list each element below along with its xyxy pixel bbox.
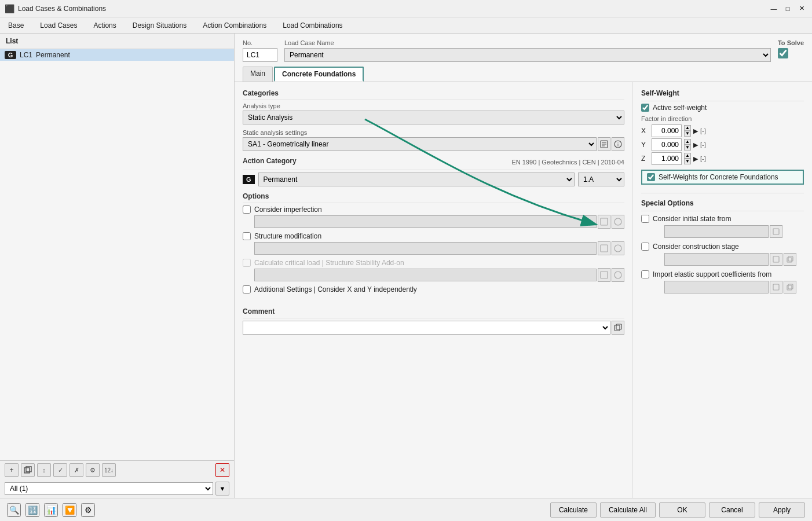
- tab-main[interactable]: Main: [243, 67, 273, 82]
- menu-action-combinations[interactable]: Action Combinations: [195, 17, 275, 33]
- static-settings-label: Static analysis settings: [243, 129, 624, 136]
- menu-base[interactable]: Base: [0, 17, 32, 33]
- sw-y-input[interactable]: [652, 138, 682, 151]
- static-settings-select[interactable]: SA1 - Geometrically linear SA2 - Large d…: [243, 137, 597, 151]
- sw-z-arrows: ▲ ▼: [684, 153, 691, 164]
- sw-y-down[interactable]: ▼: [684, 145, 691, 151]
- initial-state-label: Consider initial state from: [653, 215, 731, 223]
- imperfection-input[interactable]: [254, 215, 597, 228]
- apply-button[interactable]: Apply: [759, 502, 805, 518]
- delete-button[interactable]: ✕: [215, 463, 229, 477]
- list-item-name: Permanent: [36, 51, 70, 59]
- active-self-weight-checkbox[interactable]: [641, 104, 649, 112]
- elastic-support-input[interactable]: [664, 281, 769, 293]
- sw-z-down[interactable]: ▼: [684, 159, 691, 164]
- imperfection-edit-btn[interactable]: [598, 215, 610, 229]
- search-icon-btn[interactable]: 🔍: [7, 503, 21, 517]
- sw-z-up[interactable]: ▲: [684, 153, 691, 159]
- name-label: Load Case Name: [284, 39, 771, 46]
- elastic-support-btn1[interactable]: [770, 281, 782, 293]
- construction-stage-checkbox[interactable]: [641, 243, 649, 251]
- analysis-type-select[interactable]: Static Analysis Dynamic Analysis: [243, 111, 624, 124]
- menu-design-situations[interactable]: Design Situations: [125, 17, 195, 33]
- special-elastic-support: Import elastic support coefficients from: [641, 270, 804, 293]
- sw-y-up[interactable]: ▲: [684, 139, 691, 145]
- imperfection-info-btn[interactable]: [612, 215, 624, 229]
- check-button[interactable]: ✓: [53, 463, 67, 477]
- settings-button[interactable]: ⚙: [86, 463, 100, 477]
- critical-load-label: Calculate critical load | Structure Stab…: [254, 259, 404, 267]
- calculate-all-button[interactable]: Calculate All: [600, 502, 656, 518]
- structure-mod-checkbox[interactable]: [243, 232, 251, 240]
- svg-point-21: [615, 271, 621, 278]
- menu-load-combinations[interactable]: Load Combinations: [275, 17, 350, 33]
- concrete-foundations-label: Self-Weights for Concrete Foundations: [659, 173, 778, 181]
- initial-state-btn[interactable]: [770, 225, 782, 238]
- ok-button[interactable]: OK: [659, 502, 705, 518]
- critical-load-checkbox[interactable]: [243, 259, 251, 267]
- cancel-button[interactable]: Cancel: [709, 502, 755, 518]
- imperfection-checkbox[interactable]: [243, 206, 251, 214]
- svg-text:✓: ✓: [58, 467, 63, 474]
- add-button[interactable]: +: [5, 463, 19, 477]
- menu-load-cases[interactable]: Load Cases: [32, 17, 85, 33]
- svg-text:✕: ✕: [220, 466, 225, 474]
- menu-actions[interactable]: Actions: [85, 17, 124, 33]
- tab-content: Categories Analysis type Static Analysis…: [235, 82, 812, 498]
- structure-mod-label: Structure modification: [254, 232, 321, 240]
- no-input[interactable]: [243, 48, 277, 62]
- settings-icon-btn[interactable]: ⚙: [81, 503, 95, 517]
- initial-state-input[interactable]: [664, 225, 769, 238]
- name-select[interactable]: Permanent Variable: [284, 48, 771, 62]
- construction-stage-input[interactable]: [664, 253, 769, 266]
- minimize-button[interactable]: —: [768, 3, 780, 14]
- comment-section: Comment: [243, 307, 624, 335]
- list-item[interactable]: G LC1 Permanent: [0, 49, 234, 61]
- move-button[interactable]: ↕: [37, 463, 51, 477]
- sw-x-input[interactable]: [652, 124, 682, 137]
- self-weight-section: Self-Weight Active self-weight Factor in…: [641, 89, 804, 185]
- sw-z-input[interactable]: [652, 152, 682, 165]
- to-solve-checkbox[interactable]: [778, 48, 788, 58]
- critical-load-edit-btn[interactable]: [598, 268, 610, 282]
- svg-rect-23: [616, 324, 621, 329]
- graph-icon-btn[interactable]: 📊: [44, 503, 58, 517]
- sw-x-up[interactable]: ▲: [684, 125, 691, 131]
- sw-x-down[interactable]: ▼: [684, 131, 691, 137]
- comment-copy-btn[interactable]: [612, 321, 624, 335]
- critical-load-input[interactable]: [254, 269, 597, 281]
- filter-icon-btn[interactable]: 🔽: [63, 503, 76, 517]
- elastic-support-checkbox[interactable]: [641, 270, 649, 278]
- critical-load-info-btn[interactable]: [612, 268, 624, 282]
- action-category-main-select[interactable]: Permanent Variable: [258, 173, 575, 186]
- filter-select[interactable]: All (1): [5, 482, 213, 495]
- maximize-button[interactable]: □: [782, 3, 793, 14]
- action-category-sub-select[interactable]: 1.A 1.B: [578, 173, 624, 186]
- comment-select[interactable]: [243, 321, 610, 335]
- action-category-label: Action Category: [243, 157, 297, 165]
- sw-y-unit: [-]: [700, 141, 706, 148]
- close-button[interactable]: ✕: [796, 3, 807, 14]
- tab-concrete-foundations[interactable]: Concrete Foundations: [274, 67, 364, 82]
- concrete-foundations-checkbox[interactable]: [647, 173, 655, 181]
- concrete-foundations-cb-row: Self-Weights for Concrete Foundations: [641, 170, 804, 185]
- additional-checkbox[interactable]: [243, 285, 251, 293]
- elastic-support-btn2[interactable]: [784, 281, 796, 293]
- structure-mod-edit-btn[interactable]: [598, 241, 610, 255]
- construction-stage-btn1[interactable]: [770, 253, 782, 266]
- construction-stage-btn2[interactable]: [784, 253, 796, 266]
- app-icon: ⬛: [5, 4, 14, 13]
- sort-button[interactable]: 12↓: [102, 463, 116, 477]
- numbers-icon-btn[interactable]: 🔢: [25, 503, 39, 517]
- structure-mod-info-btn[interactable]: [612, 241, 624, 255]
- menubar: Base Load Cases Actions Design Situation…: [0, 17, 812, 34]
- initial-state-checkbox[interactable]: [641, 215, 649, 223]
- duplicate-button[interactable]: [21, 463, 35, 477]
- calculate-button[interactable]: Calculate: [550, 502, 597, 518]
- uncheck-button[interactable]: ✗: [70, 463, 83, 477]
- option-additional: Additional Settings | Consider X and Y i…: [243, 285, 624, 293]
- filter-dropdown-btn[interactable]: ▼: [215, 482, 229, 496]
- structure-mod-input[interactable]: [254, 242, 597, 255]
- static-settings-edit-btn[interactable]: [598, 137, 610, 151]
- static-settings-info-btn[interactable]: i: [612, 137, 624, 151]
